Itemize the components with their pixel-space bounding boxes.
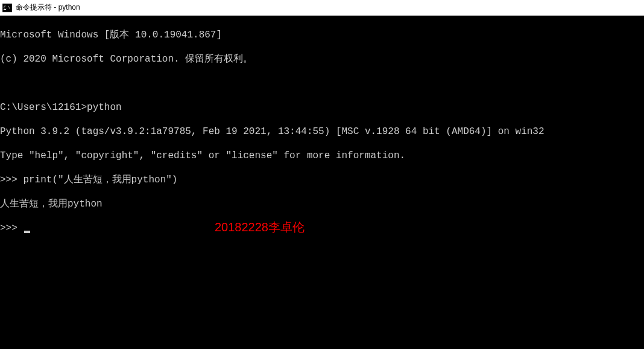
svg-rect-2	[4, 9, 6, 10]
terminal-line: >>> print("人生苦短，我用python")	[0, 174, 644, 186]
terminal-line: C:\Users\12161>python	[0, 101, 644, 114]
terminal-line: Microsoft Windows [版本 10.0.19041.867]	[0, 29, 644, 41]
terminal-line: (c) 2020 Microsoft Corporation. 保留所有权利。	[0, 53, 644, 65]
terminal-line	[0, 77, 644, 89]
terminal-prompt-line: >>>	[0, 222, 644, 234]
terminal-line: Type "help", "copyright", "credits" or "…	[0, 150, 644, 162]
cursor	[24, 231, 30, 233]
svg-text:C:\: C:\	[4, 5, 10, 9]
terminal-line: 人生苦短，我用python	[0, 198, 644, 210]
window-title: 命令提示符 - python	[16, 2, 80, 13]
terminal-line: Python 3.9.2 (tags/v3.9.2:1a79785, Feb 1…	[0, 126, 644, 138]
terminal-content[interactable]: Microsoft Windows [版本 10.0.19041.867] (c…	[0, 16, 644, 349]
title-bar: C:\ 命令提示符 - python	[0, 0, 644, 16]
cmd-icon: C:\	[2, 3, 12, 13]
prompt: >>>	[0, 223, 23, 234]
watermark-text: 20182228李卓伦	[215, 221, 305, 233]
